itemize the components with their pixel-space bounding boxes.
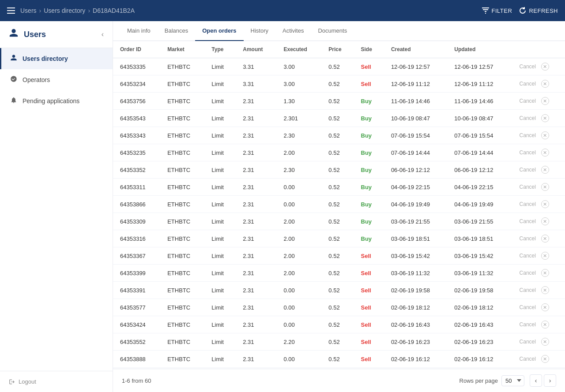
cancel-button[interactable]: Cancel (518, 338, 538, 346)
tab-open-orders[interactable]: Open orders (195, 21, 243, 41)
col-market: Market (160, 41, 204, 58)
cell-order-id: 64353367 (113, 247, 160, 265)
sidebar-collapse-button[interactable]: ‹ (102, 30, 104, 38)
cancel-button[interactable]: Cancel (518, 252, 538, 260)
cancel-x-button[interactable]: ✕ (541, 183, 549, 191)
cell-market: ETHBTC (160, 93, 204, 110)
cell-executed: 2.301 (277, 110, 322, 127)
cancel-x-button[interactable]: ✕ (541, 131, 549, 139)
rows-per-page-select[interactable]: 10 25 50 100 (501, 375, 524, 386)
cancel-x-button[interactable]: ✕ (541, 286, 549, 294)
cancel-x-button[interactable]: ✕ (541, 80, 549, 88)
sidebar-item-pending-applications[interactable]: Pending applications (0, 90, 113, 112)
cell-side: Sell (354, 75, 384, 93)
tab-activites[interactable]: Activites (275, 21, 311, 41)
table-row: 64353311 ETHBTC Limit 2.31 0.00 0.52 Buy… (113, 179, 565, 196)
table-row: 64353577 ETHBTC Limit 2.31 0.00 0.52 Sel… (113, 299, 565, 316)
cancel-button[interactable]: Cancel (518, 97, 538, 105)
cancel-button[interactable]: Cancel (518, 149, 538, 157)
cell-updated: 02-06-19 16:12 (447, 351, 510, 368)
prev-page-button[interactable]: ‹ (530, 374, 542, 387)
sidebar-item-users-directory[interactable]: Users directory (0, 48, 113, 69)
tab-documents[interactable]: Documents (311, 21, 354, 41)
cancel-x-button[interactable]: ✕ (541, 321, 549, 329)
tab-balances[interactable]: Balances (158, 21, 195, 41)
cancel-button[interactable]: Cancel (518, 200, 538, 208)
cell-executed: 0.00 (277, 179, 322, 196)
cell-order-id: 64353866 (113, 196, 160, 213)
tab-history[interactable]: History (244, 21, 275, 41)
sidebar: Users ‹ Users directory Operators Pendin… (0, 21, 113, 392)
cell-updated: 04-06-19 22:15 (447, 179, 510, 196)
cell-price: 0.52 (321, 58, 354, 75)
cancel-button[interactable]: Cancel (518, 303, 538, 311)
cancel-x-button[interactable]: ✕ (541, 63, 549, 71)
cell-amount: 2.31 (236, 282, 276, 299)
cancel-x-button[interactable]: ✕ (541, 166, 549, 174)
col-amount: Amount (236, 41, 276, 58)
cancel-button[interactable]: Cancel (518, 80, 538, 88)
cell-actions: Cancel ✕ (511, 316, 565, 333)
cancel-button[interactable]: Cancel (518, 269, 538, 277)
cancel-button[interactable]: Cancel (518, 166, 538, 174)
cell-actions: Cancel ✕ (511, 161, 565, 179)
cancel-x-button[interactable]: ✕ (541, 97, 549, 105)
col-type: Type (204, 41, 236, 58)
cell-created: 02-06-19 16:12 (384, 351, 447, 368)
filter-icon (482, 7, 489, 14)
cancel-button[interactable]: Cancel (518, 131, 538, 139)
cell-type: Limit (204, 316, 236, 333)
breadcrumb-users[interactable]: Users (20, 7, 37, 14)
cancel-button[interactable]: Cancel (518, 321, 538, 329)
sidebar-header: Users ‹ (0, 21, 113, 48)
cell-type: Limit (204, 127, 236, 144)
tab-main-info[interactable]: Main info (120, 21, 158, 41)
cell-order-id: 64353399 (113, 265, 160, 282)
cancel-button[interactable]: Cancel (518, 235, 538, 243)
cell-created: 02-06-19 19:58 (384, 282, 447, 299)
pagination-right: Rows per page 10 25 50 100 ‹ › (460, 374, 556, 387)
cancel-x-button[interactable]: ✕ (541, 355, 549, 363)
cell-actions: Cancel ✕ (511, 282, 565, 299)
cancel-x-button[interactable]: ✕ (541, 200, 549, 208)
cancel-x-button[interactable]: ✕ (541, 269, 549, 277)
cancel-button[interactable]: Cancel (518, 355, 538, 363)
table-row: 64353343 ETHBTC Limit 2.31 2.30 0.52 Buy… (113, 127, 565, 144)
cancel-button[interactable]: Cancel (518, 286, 538, 294)
cell-price: 0.52 (321, 196, 354, 213)
menu-button[interactable] (7, 7, 15, 14)
cancel-button[interactable]: Cancel (518, 114, 538, 122)
cancel-x-button[interactable]: ✕ (541, 338, 549, 346)
cancel-x-button[interactable]: ✕ (541, 149, 549, 157)
cancel-x-button[interactable]: ✕ (541, 217, 549, 225)
cell-price: 0.52 (321, 93, 354, 110)
cell-market: ETHBTC (160, 316, 204, 333)
cancel-x-button[interactable]: ✕ (541, 303, 549, 311)
cell-executed: 0.00 (277, 196, 322, 213)
filter-button[interactable]: FILTER (482, 7, 512, 14)
refresh-button[interactable]: REFRESH (519, 7, 558, 14)
cancel-button[interactable]: Cancel (518, 217, 538, 225)
cell-actions: Cancel ✕ (511, 179, 565, 196)
table-row: 64353234 ETHBTC Limit 3.31 3.00 0.52 Sel… (113, 75, 565, 93)
cancel-button[interactable]: Cancel (518, 63, 538, 71)
cell-updated: 07-06-19 14:44 (447, 144, 510, 161)
cell-market: ETHBTC (160, 127, 204, 144)
main-content: Main info Balances Open orders History A… (113, 21, 565, 392)
sidebar-item-operators[interactable]: Operators (0, 69, 113, 90)
cancel-button[interactable]: Cancel (518, 183, 538, 191)
cell-type: Limit (204, 58, 236, 75)
operators-icon (10, 75, 17, 84)
col-executed: Executed (277, 41, 322, 58)
cell-type: Limit (204, 333, 236, 351)
cancel-x-button[interactable]: ✕ (541, 114, 549, 122)
cell-actions: Cancel ✕ (511, 247, 565, 265)
cell-price: 0.52 (321, 247, 354, 265)
logout-button[interactable]: Logout (9, 378, 36, 385)
breadcrumb-users-directory[interactable]: Users directory (44, 7, 85, 14)
next-page-button[interactable]: › (544, 374, 556, 387)
cell-market: ETHBTC (160, 351, 204, 368)
cancel-x-button[interactable]: ✕ (541, 252, 549, 260)
cancel-x-button[interactable]: ✕ (541, 235, 549, 243)
cell-side: Sell (354, 333, 384, 351)
